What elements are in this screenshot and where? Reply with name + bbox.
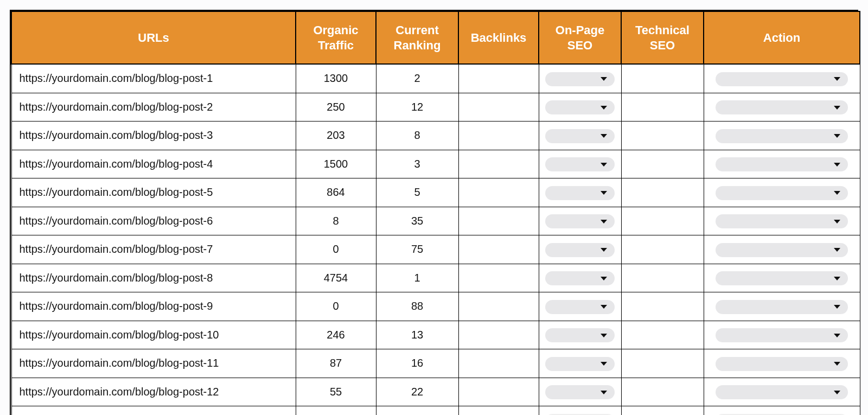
cell-organic-traffic: 8 [296,207,376,235]
action-dropdown[interactable] [716,385,848,399]
cell-action [704,64,860,93]
cell-organic-traffic: 1300 [296,64,376,93]
table-row: https://yourdomain.com/blog/blog-post-41… [11,150,860,178]
cell-technical-seo [621,207,704,235]
chevron-down-icon [601,248,607,252]
cell-current-ranking: 2 [376,64,458,93]
col-header-action: Action [704,11,860,64]
cell-organic-traffic: 203 [296,122,376,150]
cell-technical-seo [621,321,704,349]
cell-url: https://yourdomain.com/blog/blog-post-5 [11,178,296,207]
cell-technical-seo [621,349,704,378]
cell-url: https://yourdomain.com/blog/blog-post-3 [11,122,296,150]
cell-backlinks [458,235,539,264]
chevron-down-icon [601,163,607,167]
table-row: https://yourdomain.com/blog/blog-post-84… [11,264,860,292]
cell-action [704,93,860,122]
chevron-down-icon [834,248,840,252]
action-dropdown[interactable] [716,129,848,143]
col-header-urls: URLs [11,11,296,64]
action-dropdown[interactable] [716,186,848,200]
table-row: https://yourdomain.com/blog/blog-post-90… [11,292,860,321]
on-page-seo-dropdown[interactable] [545,186,615,200]
cell-on-page-seo [539,178,621,207]
on-page-seo-dropdown[interactable] [545,100,615,114]
cell-technical-seo [621,235,704,264]
cell-technical-seo [621,378,704,406]
chevron-down-icon [601,391,607,394]
cell-backlinks [458,349,539,378]
on-page-seo-dropdown[interactable] [545,300,615,314]
cell-action [704,378,860,406]
chevron-down-icon [601,106,607,110]
cell-organic-traffic: 0 [296,292,376,321]
on-page-seo-dropdown[interactable] [545,214,615,228]
cell-on-page-seo [539,264,621,292]
cell-on-page-seo [539,292,621,321]
on-page-seo-dropdown[interactable] [545,357,615,371]
action-dropdown[interactable] [716,271,848,285]
action-dropdown[interactable] [716,357,848,371]
table-row: https://yourdomain.com/blog/blog-post-10… [11,321,860,349]
action-dropdown[interactable] [716,300,848,314]
on-page-seo-dropdown[interactable] [545,72,615,86]
action-dropdown[interactable] [716,72,848,86]
chevron-down-icon [834,106,840,110]
table-row: https://yourdomain.com/blog/blog-post-68… [11,207,860,235]
action-dropdown[interactable] [716,100,848,114]
cell-action [704,122,860,150]
chevron-down-icon [834,305,840,309]
action-dropdown[interactable] [716,214,848,228]
chevron-down-icon [601,191,607,195]
cell-current-ranking: 13 [376,321,458,349]
chevron-down-icon [601,362,607,366]
cell-backlinks [458,207,539,235]
cell-current-ranking: 16 [376,349,458,378]
cell-organic-traffic: 55 [296,378,376,406]
on-page-seo-dropdown[interactable] [545,243,615,257]
cell-backlinks [458,150,539,178]
table-row: https://yourdomain.com/blog/blog-post-22… [11,93,860,122]
cell-on-page-seo [539,64,621,93]
cell-backlinks [458,178,539,207]
table-row: https://yourdomain.com/blog/blog-post-11… [11,349,860,378]
on-page-seo-dropdown[interactable] [545,385,615,399]
cell-backlinks [458,378,539,406]
cell-organic-traffic: 742 [296,406,376,416]
cell-url: https://yourdomain.com/blog/blog-post-10 [11,321,296,349]
cell-current-ranking: 22 [376,378,458,406]
cell-on-page-seo [539,378,621,406]
cell-backlinks [458,93,539,122]
cell-current-ranking: 5 [376,178,458,207]
on-page-seo-dropdown[interactable] [545,271,615,285]
on-page-seo-dropdown[interactable] [545,157,615,171]
cell-action [704,150,860,178]
cell-current-ranking: 12 [376,93,458,122]
table-row: https://yourdomain.com/blog/blog-post-58… [11,178,860,207]
col-header-organic-traffic: Organic Traffic [296,11,376,64]
chevron-down-icon [834,191,840,195]
col-header-technical-seo: Technical SEO [621,11,704,64]
cell-technical-seo [621,64,704,93]
table-row: https://yourdomain.com/blog/blog-post-11… [11,64,860,93]
cell-url: https://yourdomain.com/blog/blog-post-8 [11,264,296,292]
action-dropdown[interactable] [716,243,848,257]
on-page-seo-dropdown[interactable] [545,129,615,143]
on-page-seo-dropdown[interactable] [545,328,615,342]
chevron-down-icon [834,77,840,81]
cell-url: https://yourdomain.com/blog/blog-post-12 [11,378,296,406]
chevron-down-icon [834,391,840,394]
seo-audit-table: URLs Organic Traffic Current Ranking Bac… [11,11,860,415]
cell-backlinks [458,264,539,292]
cell-current-ranking: 3 [376,150,458,178]
action-dropdown[interactable] [716,328,848,342]
chevron-down-icon [601,134,607,138]
cell-action [704,178,860,207]
cell-on-page-seo [539,207,621,235]
table-row: https://yourdomain.com/blog/blog-post-32… [11,122,860,150]
action-dropdown[interactable] [716,157,848,171]
cell-on-page-seo [539,93,621,122]
chevron-down-icon [834,134,840,138]
cell-current-ranking: 1 [376,264,458,292]
chevron-down-icon [601,220,607,224]
